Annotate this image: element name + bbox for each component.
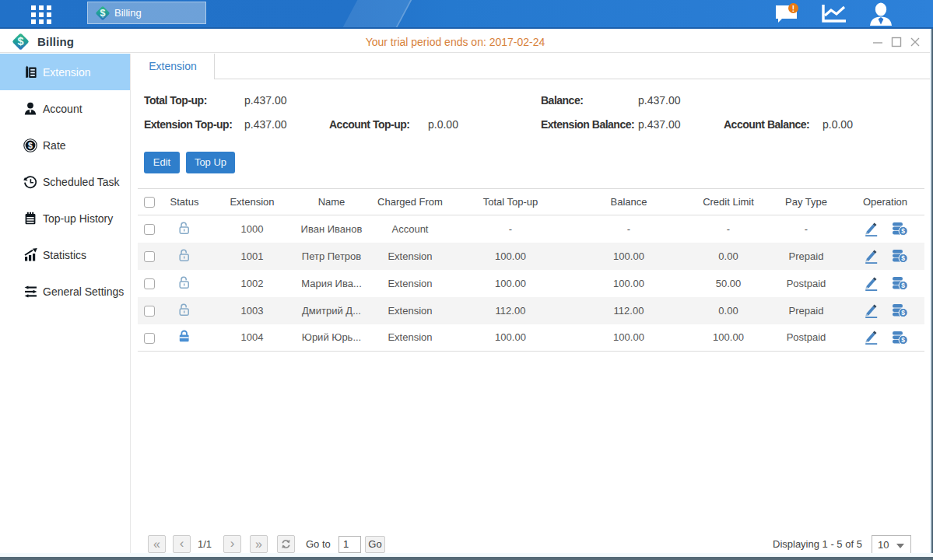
- svg-text:$: $: [28, 140, 33, 149]
- svg-text:$: $: [100, 8, 106, 19]
- svg-text:!: !: [792, 5, 794, 13]
